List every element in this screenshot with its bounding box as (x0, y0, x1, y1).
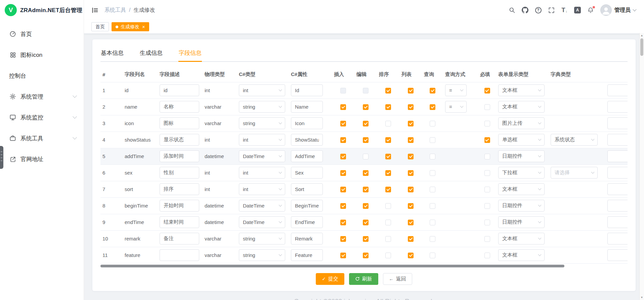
description-input[interactable] (160, 117, 199, 129)
insert-checkbox[interactable] (340, 121, 346, 126)
query-checkbox[interactable] (430, 203, 435, 209)
page-scrollbar-thumb[interactable] (640, 38, 643, 56)
csharp-type-select[interactable]: int (239, 183, 285, 195)
description-input[interactable] (160, 84, 199, 96)
tab-field-info[interactable]: 字段信息 (178, 46, 202, 62)
extra-input[interactable] (607, 167, 628, 179)
description-input[interactable] (160, 101, 199, 113)
required-checkbox[interactable] (484, 253, 490, 258)
csharp-property-input[interactable] (291, 101, 323, 113)
sidebar-item-website[interactable]: 官网地址 (0, 149, 84, 170)
required-checkbox[interactable] (484, 154, 490, 159)
query-checkbox[interactable] (430, 137, 435, 143)
required-checkbox[interactable] (484, 187, 490, 192)
list-checkbox[interactable] (408, 88, 414, 93)
required-checkbox[interactable] (484, 236, 490, 242)
sidebar-item-system-manage[interactable]: 系统管理 (0, 86, 84, 107)
edit-checkbox[interactable] (363, 187, 369, 192)
list-checkbox[interactable] (408, 137, 414, 143)
insert-checkbox[interactable] (340, 104, 346, 110)
edit-checkbox[interactable] (363, 203, 369, 209)
dict-type-select[interactable]: 系统状态 (551, 134, 598, 146)
display-type-select[interactable]: 图片上传 (498, 117, 545, 129)
required-checkbox[interactable] (484, 137, 490, 143)
list-checkbox[interactable] (408, 187, 414, 192)
back-button[interactable]: ← 返回 (383, 273, 412, 285)
fullscreen-icon[interactable] (548, 6, 555, 14)
csharp-property-input[interactable] (291, 150, 323, 162)
insert-checkbox[interactable] (340, 253, 346, 258)
sort-checkbox[interactable] (385, 154, 391, 159)
submit-button[interactable]: ✓ 提交 (316, 273, 344, 285)
edit-checkbox[interactable] (363, 121, 369, 126)
query-checkbox[interactable] (430, 187, 435, 192)
sidebar-item-home[interactable]: 首页 (0, 24, 84, 44)
sort-checkbox[interactable] (385, 104, 391, 110)
bell-icon[interactable] (587, 6, 594, 14)
description-input[interactable] (160, 183, 199, 195)
sidebar-item-system-monitor[interactable]: 系统监控 (0, 107, 84, 128)
display-type-select[interactable]: 文本框 (498, 249, 545, 261)
extra-input[interactable] (607, 117, 628, 129)
extra-input[interactable] (607, 101, 628, 113)
description-input[interactable] (160, 134, 199, 146)
sort-checkbox[interactable] (385, 137, 391, 143)
tab-basic-info[interactable]: 基本信息 (100, 46, 124, 62)
display-type-select[interactable]: 文本框 (498, 183, 545, 195)
description-input[interactable] (160, 216, 199, 228)
extra-input[interactable] (607, 200, 628, 212)
query-method-select[interactable]: = (445, 101, 467, 113)
dict-type-select[interactable]: 请选择 (551, 167, 598, 179)
sort-checkbox[interactable] (385, 170, 391, 176)
list-checkbox[interactable] (408, 203, 414, 209)
display-type-select[interactable]: 日期控件 (498, 200, 545, 212)
list-checkbox[interactable] (408, 236, 414, 242)
github-icon[interactable] (522, 6, 528, 14)
csharp-property-input[interactable] (291, 183, 323, 195)
csharp-property-input[interactable] (291, 134, 323, 146)
csharp-type-select[interactable]: DateTime (239, 216, 285, 228)
list-checkbox[interactable] (408, 104, 414, 110)
sidebar-scroll-handle[interactable] (0, 146, 3, 169)
required-checkbox[interactable] (484, 203, 490, 209)
required-checkbox[interactable] (484, 88, 490, 93)
refresh-button[interactable]: 刷新 (349, 273, 378, 285)
display-type-select[interactable]: 下拉框 (498, 167, 545, 179)
edit-checkbox[interactable] (363, 137, 369, 143)
extra-input[interactable] (607, 150, 628, 162)
list-checkbox[interactable] (408, 253, 414, 258)
extra-input[interactable] (607, 183, 628, 195)
csharp-property-input[interactable] (291, 249, 323, 261)
user-menu[interactable]: 管理员 (600, 4, 636, 16)
edit-checkbox[interactable] (363, 253, 369, 258)
required-checkbox[interactable] (484, 220, 490, 225)
csharp-type-select[interactable]: DateTime (239, 200, 285, 212)
csharp-property-input[interactable] (291, 167, 323, 179)
required-checkbox[interactable] (484, 104, 490, 110)
display-type-select[interactable]: 文本框 (498, 233, 545, 245)
edit-checkbox[interactable] (363, 88, 369, 93)
edit-checkbox[interactable] (363, 170, 369, 176)
font-size-icon[interactable]: T↓ (561, 6, 568, 14)
insert-checkbox[interactable] (340, 187, 346, 192)
tab-generate-info[interactable]: 生成信息 (139, 46, 163, 62)
csharp-type-select[interactable]: string (239, 233, 285, 245)
query-checkbox[interactable] (430, 154, 435, 159)
sort-checkbox[interactable] (385, 203, 391, 209)
csharp-type-select[interactable]: DateTime (239, 150, 285, 162)
extra-input[interactable] (607, 216, 628, 228)
list-checkbox[interactable] (408, 220, 414, 225)
required-checkbox[interactable] (484, 121, 490, 126)
sort-checkbox[interactable] (385, 253, 391, 258)
query-checkbox[interactable] (430, 121, 435, 126)
insert-checkbox[interactable] (340, 203, 346, 209)
extra-input[interactable] (607, 84, 628, 96)
required-checkbox[interactable] (484, 170, 490, 176)
close-tag-icon[interactable]: × (142, 24, 145, 29)
description-input[interactable] (160, 249, 199, 261)
csharp-property-input[interactable] (291, 84, 323, 96)
sort-checkbox[interactable] (385, 121, 391, 126)
query-checkbox[interactable] (430, 104, 435, 110)
tab-tag-gen-edit[interactable]: 生成修改× (112, 22, 149, 31)
query-checkbox[interactable] (430, 253, 435, 258)
